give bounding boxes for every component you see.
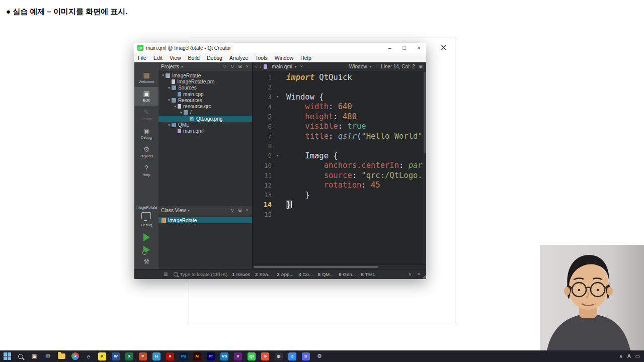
taskbar-chrome-icon[interactable] <box>70 350 80 362</box>
tree-item-sources[interactable]: ▾Sources <box>158 85 252 91</box>
menu-help[interactable]: Help <box>297 55 315 61</box>
expand-arrow-icon[interactable]: ▾ <box>160 73 166 77</box>
class-item-imagerotate[interactable]: ImageRotate <box>158 217 252 223</box>
chevron-down-icon[interactable]: ▾ <box>188 209 190 213</box>
overlay-close-icon[interactable]: × <box>440 42 447 53</box>
tray-expand-icon[interactable]: ∧ <box>619 354 623 359</box>
taskbar-hancom-icon[interactable]: H <box>151 350 162 362</box>
taskbar-mail-icon[interactable]: ✉ <box>43 350 53 362</box>
title-bar[interactable]: Qt main.qml @ ImageRotate - Qt Creator –… <box>134 43 426 53</box>
tree-item-qml[interactable]: ▾QML <box>158 122 252 128</box>
open-file-name[interactable]: main.qml <box>272 64 292 69</box>
expand-arrow-icon[interactable]: ▾ <box>173 105 178 109</box>
maximize-button[interactable]: □ <box>397 43 412 53</box>
code-area[interactable]: 1import QtQuick23▾Window {4 width: 6405 … <box>253 71 426 269</box>
pane-menu-icon[interactable]: ≡ <box>417 272 421 277</box>
code-line-3[interactable]: 3▾Window { <box>253 92 426 102</box>
scrollbar-thumb[interactable] <box>424 72 426 153</box>
mode-debug[interactable]: ◉Debug <box>134 124 158 143</box>
taskbar-search-icon[interactable] <box>16 350 26 362</box>
resize-grip[interactable] <box>422 275 426 279</box>
menu-debug[interactable]: Debug <box>203 55 226 61</box>
tree-item-qtlogo-png[interactable]: QtLogo.png <box>158 116 252 122</box>
code-line-7[interactable]: 7 title: qsTr("Hello World" <box>253 131 426 141</box>
forward-icon[interactable]: › <box>260 64 262 69</box>
class-view-title[interactable]: Class View <box>161 208 186 213</box>
chevron-down-icon[interactable]: ▾ <box>369 65 371 69</box>
output-pane-8[interactable]: 8Test... <box>361 272 378 277</box>
back-icon[interactable]: ‹ <box>255 64 257 69</box>
code-line-4[interactable]: 4 width: 640 <box>253 102 426 112</box>
tree-item-main-cpp[interactable]: main.cpp <box>158 91 252 97</box>
code-line-13[interactable]: 13 } <box>253 190 426 200</box>
taskbar-qt-creator-icon[interactable]: Qt <box>247 350 257 362</box>
tree-item-imagerotate[interactable]: ▾ImageRotate <box>158 72 252 78</box>
code-line-1[interactable]: 1import QtQuick <box>253 72 426 82</box>
tree-item-slash[interactable]: ▾/ <box>158 110 252 116</box>
taskbar-settings-icon[interactable]: ⚙ <box>314 350 325 362</box>
taskbar-visual-studio-icon[interactable]: V <box>233 350 243 362</box>
add-split-icon[interactable]: + <box>374 64 378 69</box>
menu-file[interactable]: File <box>134 55 150 61</box>
context-combo[interactable]: Window <box>349 64 367 69</box>
menu-build[interactable]: Build <box>185 55 203 61</box>
sync-icon[interactable]: ↻ <box>229 208 235 213</box>
taskbar-premiere-icon[interactable]: Pr <box>206 350 216 362</box>
code-line-14[interactable]: 14} <box>253 200 426 210</box>
menu-tools[interactable]: Tools <box>252 55 271 61</box>
taskbar-git-icon[interactable]: G <box>260 350 270 362</box>
mode-help[interactable]: ?Help <box>134 161 158 180</box>
taskbar-file-explorer-icon[interactable] <box>56 350 66 362</box>
close-button[interactable]: × <box>412 43 426 53</box>
taskbar-illustrator-icon[interactable]: Ai <box>192 350 202 362</box>
taskbar-obs-icon[interactable]: ◎ <box>274 350 284 362</box>
pane-up-icon[interactable]: ∧ <box>407 272 413 277</box>
close-document-icon[interactable]: × <box>299 64 303 69</box>
tree-item-imagerotate-pro[interactable]: ImageRotate.pro <box>158 78 252 84</box>
taskbar-discord-icon[interactable]: D <box>301 350 311 362</box>
expand-arrow-icon[interactable]: ▾ <box>179 111 184 115</box>
code-line-6[interactable]: 6 visible: true <box>253 122 426 132</box>
split-editor-icon[interactable]: ▣ <box>417 64 424 69</box>
split-icon[interactable]: ⊞ <box>237 208 243 213</box>
code-line-9[interactable]: 9▾ Image { <box>253 151 426 161</box>
taskbar-edge-icon[interactable]: e <box>84 350 94 362</box>
output-pane-1[interactable]: 1Issues <box>232 272 250 277</box>
tray-notification-icon[interactable]: ▭ <box>635 354 640 359</box>
output-pane-4[interactable]: 4Co... <box>298 272 312 277</box>
kit-selector[interactable]: ImageRotate Debug <box>136 205 157 227</box>
mode-welcome[interactable]: ▦Welcome <box>134 68 158 87</box>
mode-edit[interactable]: ▣Edit <box>134 87 158 106</box>
horizontal-scrollbar[interactable] <box>253 264 426 269</box>
taskbar-kakaotalk-icon[interactable]: K <box>97 350 107 362</box>
expand-arrow-icon[interactable]: ▾ <box>167 123 172 127</box>
debug-run-button[interactable] <box>143 246 150 254</box>
menu-view[interactable]: View <box>166 55 185 61</box>
scrollbar-thumb[interactable] <box>254 266 378 268</box>
expand-arrow-icon[interactable]: ▾ <box>167 98 172 102</box>
output-pane-5[interactable]: 5QM... <box>318 272 334 277</box>
code-line-10[interactable]: 10 anchors.centerIn: par <box>253 161 426 171</box>
tree-item-resource-qrc[interactable]: ▾resource.qrc <box>158 103 252 109</box>
run-button[interactable] <box>143 233 150 241</box>
expand-arrow-icon[interactable]: ▾ <box>167 86 172 90</box>
taskbar-vscode-icon[interactable]: VS <box>219 350 229 362</box>
code-line-2[interactable]: 2 <box>253 82 426 93</box>
close-panel-icon[interactable]: × <box>245 64 250 69</box>
minimize-button[interactable]: – <box>382 43 397 53</box>
locator[interactable]: Type to locate (Ctrl+K) <box>174 272 228 277</box>
tree-item-resources[interactable]: ▾Resources <box>158 97 252 103</box>
mode-projects[interactable]: ⚙Projects <box>134 143 158 161</box>
close-panel-icon[interactable]: × <box>245 208 250 213</box>
filter-icon[interactable]: ▽ <box>222 64 227 69</box>
output-pane-2[interactable]: 2Sea... <box>255 272 272 277</box>
code-line-8[interactable]: 8 <box>253 141 426 151</box>
chevron-down-icon[interactable]: ▾ <box>295 65 297 69</box>
sync-icon[interactable]: ↻ <box>229 64 235 69</box>
taskbar-photoshop-icon[interactable]: Ps <box>179 350 189 362</box>
output-pane-6[interactable]: 6Gen... <box>339 272 356 277</box>
menu-analyze[interactable]: Analyze <box>226 55 252 61</box>
taskbar-start-icon[interactable] <box>2 350 12 362</box>
code-line-5[interactable]: 5 height: 480 <box>253 112 426 122</box>
taskbar-word-icon[interactable]: W <box>111 350 121 362</box>
